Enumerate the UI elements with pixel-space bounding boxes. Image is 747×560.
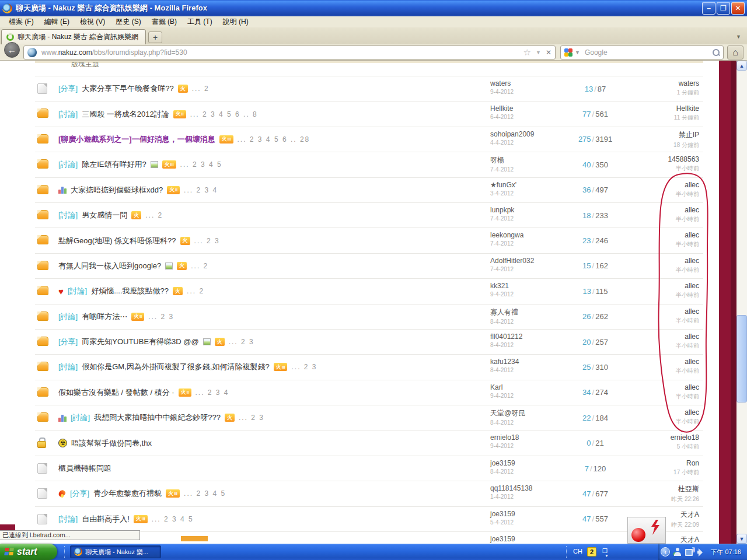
thread-title-link[interactable]: 男女感情一問: [82, 210, 127, 220]
last-post-time[interactable]: 半小時前: [676, 291, 699, 299]
page-links[interactable]: ... 2 3 4 5: [152, 515, 194, 523]
page-links[interactable]: ... 2 3 4 5 6 .. 8: [190, 110, 258, 118]
thread-title-link[interactable]: 三國殺 一將成名2012討論: [82, 109, 169, 120]
page-links[interactable]: ... 2 3: [194, 237, 220, 245]
last-post-time[interactable]: 1 分鐘前: [677, 89, 699, 97]
page-links[interactable]: ... 2 3: [291, 363, 317, 371]
back-button[interactable]: ←: [4, 42, 20, 58]
last-post-time[interactable]: 昨天 22:26: [671, 495, 699, 503]
search-input[interactable]: Google: [585, 48, 608, 57]
thread-title-link[interactable]: 除左IE頌有咩好用?: [82, 159, 146, 170]
scroll-down-icon[interactable]: ▼: [736, 534, 747, 544]
last-poster-link[interactable]: 天才A: [680, 535, 699, 544]
thread-category-prefix[interactable]: [分享]: [58, 83, 78, 94]
search-icon[interactable]: [713, 49, 720, 56]
thread-category-prefix[interactable]: [分享]: [70, 488, 89, 499]
last-post-time[interactable]: 5 小時前: [677, 443, 699, 451]
thread-author-link[interactable]: sohoipan2009: [490, 130, 566, 138]
last-poster-link[interactable]: allec: [685, 257, 699, 265]
thread-category-prefix[interactable]: [討論]: [71, 412, 90, 423]
search-engine-dropdown-icon[interactable]: ▼: [575, 50, 580, 55]
thread-author-link[interactable]: Hellkite: [490, 104, 566, 113]
thread-title-link[interactable]: 假如樂古沒有樂點 / 發帖數 / 積分 ·: [58, 387, 174, 398]
thread-author-link[interactable]: joe3159: [490, 510, 566, 518]
thread-title-link[interactable]: 青少年愈黎愈冇禮貌: [93, 488, 162, 499]
google-icon[interactable]: [564, 48, 573, 57]
last-poster-link[interactable]: 天才A: [680, 510, 699, 520]
menu-item[interactable]: 書籤 (B): [146, 16, 182, 28]
last-post-time[interactable]: 半小時前: [676, 240, 699, 249]
thread-author-link[interactable]: Karl: [490, 383, 566, 391]
last-post-time[interactable]: 半小時前: [676, 393, 699, 401]
scrollbar-thumb[interactable]: [736, 315, 747, 402]
last-post-time[interactable]: 半小時前: [676, 317, 699, 325]
menu-item[interactable]: 歷史 (S): [110, 16, 146, 28]
thread-author-link[interactable]: leekongwa: [490, 231, 566, 239]
thread-category-prefix[interactable]: [討論]: [58, 514, 78, 524]
last-poster-link[interactable]: allec: [685, 307, 699, 316]
thread-author-link[interactable]: fll0401212: [490, 332, 566, 341]
menu-item[interactable]: 編輯 (E): [39, 16, 75, 28]
page-links[interactable]: ... 2 3 4 5 6 .. 28: [238, 135, 310, 144]
thread-title-link[interactable]: 大家分享下早午晚餐食咩??: [82, 83, 173, 94]
last-poster-link[interactable]: allec: [685, 383, 699, 391]
thread-title-link[interactable]: 大家掂唔掂到個籃球框xdd?: [71, 185, 163, 195]
volume-icon[interactable]: [697, 548, 706, 556]
page-links[interactable]: ... 2: [145, 211, 163, 219]
last-poster-link[interactable]: Ron: [686, 459, 699, 467]
messenger-status-icon[interactable]: [673, 548, 682, 556]
page-links[interactable]: ... 2: [187, 287, 204, 295]
page-links[interactable]: ... 2 3 4 5: [180, 160, 222, 169]
ime-icon[interactable]: 2: [587, 547, 596, 556]
thread-category-prefix[interactable]: [討論]: [58, 210, 78, 220]
toolbar-options-caret-icon[interactable]: ▼: [605, 554, 609, 558]
thread-category-prefix[interactable]: [討論]: [58, 159, 78, 170]
thread-author-link[interactable]: joe3159: [490, 535, 566, 543]
thread-category-prefix[interactable]: [分享]: [58, 337, 78, 347]
last-post-time[interactable]: 18 分鐘前: [673, 141, 699, 149]
thread-title-link[interactable]: 假如你是GM,因為外掛而複製了很多錢,如何清除複製錢?: [82, 362, 269, 372]
last-post-time[interactable]: 半小時前: [676, 164, 699, 173]
thread-title-link[interactable]: 唔該幫幫手做份問卷,thx: [71, 438, 152, 449]
url-bar[interactable]: www.nakuz.com/bbs/forumdisplay.php?fid=5…: [23, 46, 556, 60]
last-post-time[interactable]: 半小時前: [676, 190, 699, 198]
thread-author-link[interactable]: qq118145138: [490, 484, 566, 492]
thread-title-link[interactable]: 我想問大家抽唔抽中中銀紀念鈔呀???: [94, 412, 221, 423]
last-post-time[interactable]: 半小時前: [676, 342, 699, 350]
thread-author-link[interactable]: AdolfHitler032: [490, 257, 566, 265]
thread-title-link[interactable]: [聊廣小遊戲系列之一]一個好消息，一個壞消息: [58, 134, 215, 145]
last-poster-link[interactable]: 14588563: [668, 155, 699, 163]
last-post-time[interactable]: 半小時前: [676, 418, 699, 426]
list-all-tabs-icon[interactable]: ▼: [736, 34, 741, 40]
page-links[interactable]: ... 2 3: [229, 338, 254, 346]
ad-image[interactable]: [627, 517, 666, 544]
last-post-time[interactable]: 17 小時前: [673, 468, 699, 477]
thread-title-link[interactable]: 有啲咩方法⋯: [82, 312, 127, 322]
thread-author-link[interactable]: 呀楊: [490, 155, 566, 165]
taskbar-task-firefox[interactable]: 聊天廣場 - Nakuz 樂...: [70, 545, 161, 558]
restore-button[interactable]: ❐: [717, 2, 730, 15]
thread-title-link[interactable]: 櫃員機轉帳問題: [58, 463, 111, 474]
search-box[interactable]: ▼ Google: [560, 46, 724, 60]
menu-item[interactable]: 說明 (H): [218, 16, 254, 28]
last-post-time[interactable]: 半小時前: [676, 215, 699, 223]
scroll-up-icon[interactable]: ▲: [736, 61, 747, 71]
menu-item[interactable]: 檔案 (F): [4, 16, 39, 28]
last-poster-link[interactable]: ernielo18: [671, 433, 699, 442]
page-links[interactable]: ... 2: [191, 262, 208, 270]
last-poster-link[interactable]: allec: [685, 181, 699, 189]
last-post-time[interactable]: 昨天 22:09: [671, 521, 699, 529]
page-links[interactable]: ... 2 3: [148, 313, 174, 321]
page-links[interactable]: ... 2 3 4: [184, 186, 218, 194]
page-links[interactable]: ... 2 3: [239, 414, 264, 422]
thread-author-link[interactable]: ★funGx': [490, 181, 566, 189]
last-poster-link[interactable]: waters: [679, 79, 699, 88]
new-tab-button[interactable]: +: [148, 32, 162, 43]
thread-category-prefix[interactable]: [討論]: [58, 109, 78, 120]
thread-category-prefix[interactable]: [討論]: [58, 362, 78, 372]
home-button[interactable]: ⌂: [727, 46, 743, 60]
site-identity-globe-icon[interactable]: [27, 48, 37, 57]
page-links[interactable]: ... 2 3 4: [196, 388, 229, 397]
thread-author-link[interactable]: kafu1234: [490, 358, 566, 366]
network-icon[interactable]: [685, 548, 694, 556]
